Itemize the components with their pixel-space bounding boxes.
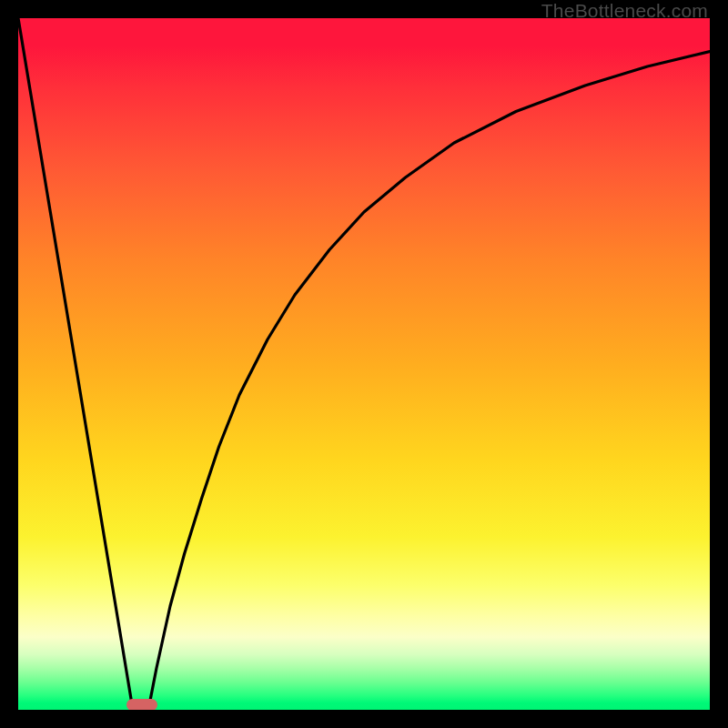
plot-area <box>18 18 710 710</box>
left-branch-path <box>18 18 133 710</box>
optimal-zone-marker <box>126 699 157 710</box>
watermark-text: TheBottleneck.com <box>541 0 708 22</box>
right-branch-path <box>148 52 710 711</box>
curve-overlay <box>18 18 710 710</box>
chart-canvas: TheBottleneck.com <box>0 0 728 728</box>
